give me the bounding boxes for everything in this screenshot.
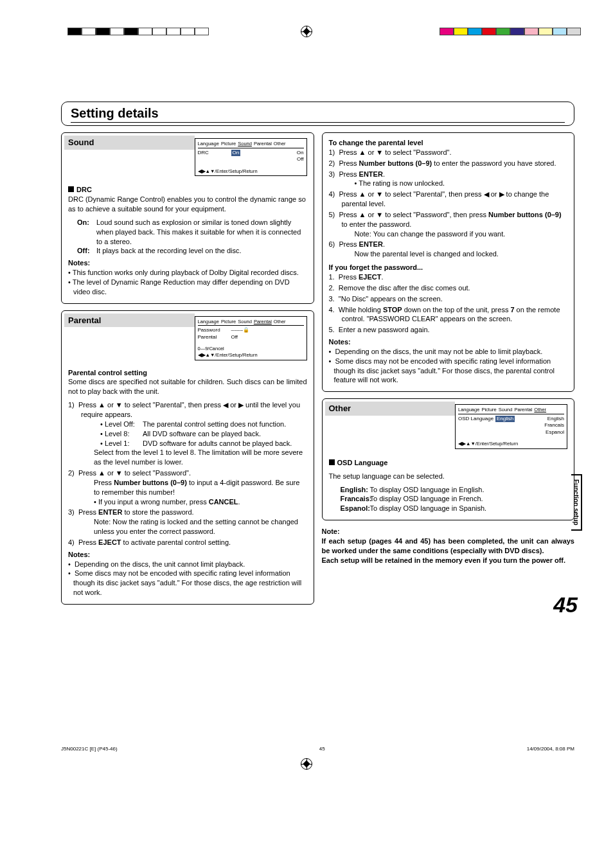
t: • If you input a wrong number, press <box>94 498 209 506</box>
footer-center: 45 <box>319 746 325 752</box>
title-box: Setting details <box>61 102 574 126</box>
level-text: The parental control setting does not fu… <box>143 420 286 429</box>
t: • The rating is now unlocked. <box>342 179 568 188</box>
osd-tab: Picture <box>221 319 236 325</box>
off-text: It plays back at the recording level on … <box>96 246 242 256</box>
sound-heading: Sound <box>64 136 195 150</box>
t: Note: You can change the password if you… <box>342 229 568 239</box>
t: STOP <box>383 306 402 314</box>
pcs-head: Parental control setting <box>68 368 307 378</box>
t: Enter a new password again. <box>339 326 430 333</box>
note-text: Some discs may not be encoded with speci… <box>73 569 301 596</box>
osd-tab-active: Other <box>534 407 546 413</box>
on-label: On: <box>77 218 96 247</box>
osd-tab: Sound <box>238 319 252 325</box>
cstep: 1) Press ▲ or ▼ to select "Password". <box>329 148 568 157</box>
sound-osd: Language Picture Sound Parental Other DR… <box>195 138 307 176</box>
t: . <box>381 273 383 281</box>
off-label: Off: <box>77 246 96 256</box>
step-text: Press ▲ or ▼ to select "Password". <box>78 469 191 477</box>
registration-top <box>0 26 613 37</box>
osd-tab: Picture <box>481 407 496 413</box>
t: CANCEL <box>209 498 238 506</box>
t: Press <box>78 508 98 516</box>
other-heading: Other <box>325 402 456 416</box>
parental-heading: Parental <box>64 314 195 328</box>
t: Number buttons (0–9) <box>114 479 187 486</box>
t: ENTER <box>359 240 383 248</box>
t: ENTER <box>98 508 122 516</box>
step-text: Select from the level 1 to level 8. The … <box>81 448 307 467</box>
other-note: Note: If each setup (pages 44 and 45) ha… <box>322 527 575 565</box>
osd-label: Password <box>198 327 231 333</box>
cstep: 2) Press Number buttons (0–9) to enter t… <box>329 159 568 168</box>
cstep: 4) Press ▲ or ▼ to select "Parental", th… <box>329 190 568 209</box>
lang-label: Espanol: <box>341 504 370 513</box>
note-item: • Some discs may not be encoded with spe… <box>329 357 568 385</box>
t: Press ▲ or ▼ to select "Parental", then … <box>339 190 549 208</box>
note-text: The level of Dynamic Range Reduction may… <box>73 278 290 296</box>
osd-option: Off <box>297 156 304 163</box>
osd-footer: ◀▶▲▼/Enter/Setup/Return <box>198 352 304 359</box>
osd-tab: Sound <box>499 407 513 413</box>
t: EJECT <box>359 273 381 281</box>
notes-head: Notes: <box>68 258 307 268</box>
note-text: Some discs may not be encoded with speci… <box>334 357 555 384</box>
t: to activate parental control setting. <box>121 538 231 546</box>
t: Press <box>339 170 359 178</box>
footer-left: J5N00221C [E] (P45-46) <box>61 746 118 752</box>
fstep: 1. Press EJECT. <box>329 272 568 282</box>
osd-tab-active: Parental <box>254 319 272 325</box>
t: EJECT <box>98 538 121 546</box>
cstep: 3) Press ENTER. • The rating is now unlo… <box>329 170 568 189</box>
osd-tab: Other <box>274 319 286 325</box>
fstep: 2. Remove the disc after the disc comes … <box>329 283 568 293</box>
t: Remove the disc after the disc comes out… <box>339 284 470 292</box>
note-text: This function works only during playback… <box>73 269 299 276</box>
other-panel: Other Language Picture Sound Parental Ot… <box>322 398 575 520</box>
t: While holding <box>339 306 383 314</box>
osd-tab: Parental <box>514 407 532 413</box>
note-item: • Depending on the discs, the unit may n… <box>329 347 568 357</box>
step-text: Press ▲ or ▼ to select "Parental", then … <box>78 401 300 418</box>
lang-text: To display OSD language in French. <box>370 494 483 504</box>
osd-value: – – – – 🔒 <box>231 327 249 333</box>
note-item: • The level of Dynamic Range Reduction m… <box>68 278 307 297</box>
t: . <box>238 498 240 506</box>
osd-value: Off <box>231 334 238 341</box>
note-head: Note: <box>322 527 575 536</box>
cstep: 5) Press ▲ or ▼ to select "Password", th… <box>329 210 568 239</box>
forgot-head: If you forget the password... <box>329 263 568 272</box>
lang-text: To display OSD language in English. <box>370 485 484 495</box>
t: to enter the password you have stored. <box>432 159 556 167</box>
osd-option: On <box>297 150 304 156</box>
note-item: • Some discs may not be encoded with spe… <box>68 569 307 598</box>
cstep: 6) Press ENTER. Now the parental level i… <box>329 240 568 259</box>
t: Now the parental level is changed and lo… <box>342 249 568 259</box>
note-item: • Depending on the discs, the unit canno… <box>68 560 307 569</box>
fstep: 4. While holding STOP down on the top of… <box>329 305 568 324</box>
lang-text: To display OSD language in Spanish. <box>370 504 487 513</box>
lang-label: Francais: <box>341 494 370 504</box>
parental-osd: Language Picture Sound Parental Other Pa… <box>195 316 307 360</box>
note-body: If each setup (pages 44 and 45) has been… <box>322 536 575 565</box>
t: . <box>383 240 385 248</box>
side-tab: Function setup <box>571 474 582 531</box>
notes-head: Notes: <box>329 337 568 347</box>
osd-footer: ◀▶▲▼/Enter/Setup/Return <box>458 441 564 447</box>
t: down on the top of the unit, press <box>402 306 511 314</box>
page-number: 45 <box>553 592 578 617</box>
on-text: Loud sound such as explosion or similar … <box>96 218 307 247</box>
osd-tab: Language <box>458 407 479 413</box>
osd-label: Parental <box>198 334 231 341</box>
level-text: DVD software for adults cannot be played… <box>143 439 292 448</box>
osd-value: English <box>495 416 515 422</box>
page-title: Setting details <box>71 106 565 121</box>
step-note: Note: Now the rating is locked and the s… <box>81 517 307 536</box>
footer-right: 14/09/2004, 8:08 PM <box>527 746 574 752</box>
fstep: 5. Enter a new password again. <box>329 325 568 335</box>
footer: J5N00221C [E] (P45-46) 45 14/09/2004, 8:… <box>0 746 613 756</box>
t: Press ▲ or ▼ to select "Password", then … <box>339 211 488 218</box>
t: Number buttons (0–9) <box>359 159 432 167</box>
t: Press <box>94 479 114 486</box>
